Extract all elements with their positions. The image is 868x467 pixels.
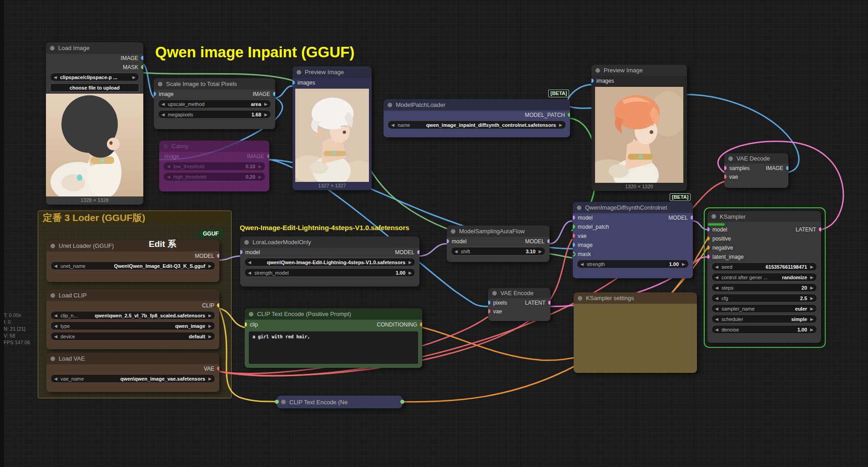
combo-next-icon[interactable]: ▶ — [264, 102, 267, 106]
combo-prev-icon[interactable]: ◀ — [715, 306, 718, 311]
widget-upscale-method[interactable]: ◀ upscale_method area ▶ — [158, 100, 271, 108]
upload-button[interactable]: choose file to upload — [50, 83, 139, 92]
node-ksampler-settings-note[interactable]: KSampler settings — [574, 292, 697, 373]
combo-next-icon[interactable]: ▶ — [409, 271, 412, 275]
combo-next-icon[interactable]: ▶ — [132, 75, 136, 80]
negative-input-port[interactable] — [707, 246, 710, 250]
combo-next-icon[interactable]: ▶ — [409, 260, 412, 265]
combo-next-icon[interactable]: ▶ — [810, 306, 813, 311]
combo-next-icon[interactable]: ▶ — [208, 377, 212, 381]
widget-control-after-generate[interactable]: ◀control after gener ...randomize▶ — [712, 273, 817, 281]
combo-next-icon[interactable]: ▶ — [264, 112, 267, 117]
combo-prev-icon[interactable]: ◀ — [715, 317, 718, 321]
node-preview-image-right[interactable]: Preview Image images — [591, 65, 687, 191]
combo-next-icon[interactable]: ▶ — [539, 249, 542, 254]
node-header[interactable]: Unet Loader (GGUF) — [46, 240, 219, 251]
node-graph-canvas[interactable]: 定番 3 Loder (GGUF版) GGUF Qwen image Inpai… — [0, 0, 868, 467]
combo-next-icon[interactable]: ▶ — [810, 296, 813, 301]
combo-prev-icon[interactable]: ◀ — [715, 275, 718, 280]
model-output-port[interactable] — [547, 239, 550, 243]
widget-sampler-name[interactable]: ◀sampler_nameeuler▶ — [712, 304, 817, 313]
node-header[interactable]: VAE Decode — [724, 153, 788, 164]
widget-high-threshold[interactable]: ◀ high_threshold 0.20 ▶ — [163, 172, 265, 181]
node-header[interactable]: KSampler settings — [574, 292, 697, 304]
combo-prev-icon[interactable]: ◀ — [391, 123, 394, 127]
combo-prev-icon[interactable]: ◀ — [54, 313, 57, 318]
node-load-clip[interactable]: Load CLIP CLIP ◀ clip_n... qwen\qwen_2.5… — [46, 290, 219, 349]
vae-input-port[interactable] — [573, 234, 575, 238]
combo-next-icon[interactable]: ▶ — [208, 324, 212, 328]
combo-next-icon[interactable]: ▶ — [810, 275, 813, 280]
node-canny-bypassed[interactable]: Canny image IMAGE ◀ low_threshold 0.10 ▶… — [159, 141, 269, 191]
pixels-input-port[interactable] — [488, 301, 490, 305]
image-input-port[interactable] — [159, 154, 161, 158]
images-input-port[interactable] — [293, 80, 295, 85]
model-input-port[interactable] — [447, 239, 449, 243]
combo-next-icon[interactable]: ▶ — [810, 286, 813, 290]
node-load-image[interactable]: Load Image IMAGE MASK ◀ clipspace/clipsp… — [46, 42, 143, 205]
image-input-port[interactable] — [573, 243, 575, 247]
combo-next-icon[interactable]: ▶ — [208, 334, 212, 339]
combo-prev-icon[interactable]: ◀ — [161, 112, 165, 117]
vae-input-port[interactable] — [724, 175, 727, 179]
clip-output-port[interactable] — [217, 303, 219, 307]
combo-prev-icon[interactable]: ◀ — [54, 334, 57, 339]
combo-prev-icon[interactable]: ◀ — [580, 262, 584, 266]
widget-clip-name[interactable]: ◀ clip_n... qwen\qwen_2.5_vl_7b_fp8_scal… — [50, 311, 215, 320]
widget-cfg[interactable]: ◀cfg2.5▶ — [712, 294, 817, 302]
combo-prev-icon[interactable]: ◀ — [454, 249, 458, 254]
node-header[interactable]: Preview Image — [591, 65, 687, 76]
node-clip-text-encode-positive[interactable]: CLIP Text Encode (Positive Prompt) clip … — [245, 308, 422, 368]
combo-prev-icon[interactable]: ◀ — [715, 265, 718, 269]
model-input-port[interactable] — [573, 216, 575, 220]
model-patch-input-port[interactable] — [573, 225, 575, 229]
vae-input-port[interactable] — [488, 309, 490, 313]
mask-input-port[interactable] — [573, 252, 575, 256]
image-input-port[interactable] — [154, 92, 156, 96]
widget-type[interactable]: ◀ type qwen_image ▶ — [50, 321, 215, 330]
combo-prev-icon[interactable]: ◀ — [248, 271, 251, 275]
combo-prev-icon[interactable]: ◀ — [54, 324, 57, 328]
node-load-vae[interactable]: Load VAE VAE ◀ vae_name qwen\qwen_image_… — [46, 353, 219, 392]
combo-prev-icon[interactable]: ◀ — [167, 175, 170, 179]
collapsed-left-port[interactable] — [275, 400, 279, 404]
widget-shift[interactable]: ◀ shift 3.10 ▶ — [451, 247, 545, 256]
widget-seed[interactable]: ◀seed615357661198471▶ — [712, 262, 817, 271]
image-output-port[interactable] — [141, 56, 143, 60]
vae-output-port[interactable] — [217, 367, 219, 371]
model-input-port[interactable] — [240, 250, 242, 254]
node-model-patch-loader[interactable]: ModelPatchLoader MODEL_PATCH ◀ name qwen… — [384, 99, 570, 137]
combo-next-icon[interactable]: ▶ — [810, 265, 813, 269]
images-input-port[interactable] — [591, 79, 594, 83]
model-input-port[interactable] — [707, 227, 710, 231]
combo-next-icon[interactable]: ▶ — [810, 327, 813, 332]
node-header[interactable]: LoraLoaderModelOnly — [240, 236, 419, 248]
model-output-port[interactable] — [417, 250, 419, 254]
latent-output-port[interactable] — [819, 227, 821, 231]
widget-lora-name[interactable]: ◀ qwen\Qwen-Image-Edit-Lightning-4steps-… — [244, 258, 415, 266]
mask-output-port[interactable] — [141, 65, 143, 69]
model-output-port[interactable] — [691, 216, 693, 220]
node-header[interactable]: QwenImageDiffsynthControlnet — [573, 202, 693, 213]
combo-next-icon[interactable]: ▶ — [208, 313, 212, 318]
node-model-sampling-auraflow[interactable]: ModelSamplingAuraFlow model MODEL ◀ shif… — [447, 226, 550, 262]
widget-steps[interactable]: ◀steps20▶ — [712, 283, 817, 292]
widget-unet-name[interactable]: ◀ unet_name Qwen\Qwen_Image_Edit-Q3_K_S.… — [50, 261, 215, 270]
node-header[interactable]: ModelSamplingAuraFlow — [447, 226, 550, 237]
combo-next-icon[interactable]: ▶ — [559, 123, 562, 127]
node-vae-decode[interactable]: VAE Decode samples IMAGE vae — [724, 153, 788, 188]
widget-vae-name[interactable]: ◀ vae_name qwen\qwen_image_vae.safetenso… — [50, 374, 215, 383]
widget-scheduler[interactable]: ◀schedulersimple▶ — [712, 315, 817, 323]
combo-next-icon[interactable]: ▶ — [810, 317, 813, 321]
widget-strength-model[interactable]: ◀ strength_model 1.00 ▶ — [244, 268, 415, 277]
node-header[interactable]: Load CLIP — [46, 290, 219, 301]
widget-denoise[interactable]: ◀denoise1.00▶ — [712, 325, 817, 334]
model-patch-output-port[interactable] — [568, 113, 570, 117]
positive-input-port[interactable] — [707, 236, 710, 241]
combo-prev-icon[interactable]: ◀ — [715, 296, 718, 301]
collapsed-right-port[interactable] — [400, 400, 404, 404]
combo-prev-icon[interactable]: ◀ — [167, 164, 170, 169]
node-ksampler[interactable]: KSampler model LATENT positive negative … — [707, 211, 821, 343]
image-output-port[interactable] — [786, 166, 788, 170]
node-header[interactable]: CLIP Text Encode (Positive Prompt) — [245, 308, 422, 320]
